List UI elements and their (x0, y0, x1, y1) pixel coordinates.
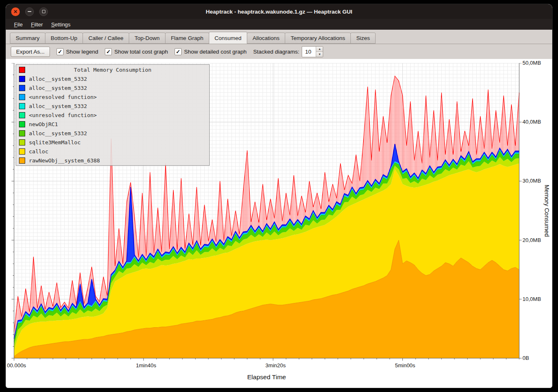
menu-file[interactable]: File (10, 20, 27, 29)
legend-swatch-icon (19, 157, 25, 164)
legend-item: alloc__system_5332 (16, 74, 209, 83)
maximize-button[interactable] (39, 7, 48, 16)
legend-item: <unresolved function> (16, 110, 209, 120)
menu-filter[interactable]: Filter (27, 20, 47, 29)
y-axis-tick-label: 0B (523, 355, 551, 361)
show-legend-checkbox[interactable]: ✓ Show legend (57, 48, 98, 55)
checkbox-label: Show detailed cost graph (184, 49, 247, 55)
y-axis-title: Memory Consumed (541, 63, 552, 358)
legend-label: alloc__system_5332 (29, 76, 87, 82)
legend-label: <unresolved function> (29, 94, 97, 100)
legend-title-row: Total Memory Consumption (16, 65, 209, 74)
legend-label: rawNewObj__system_6388 (29, 157, 100, 164)
legend-label: <unresolved function> (29, 112, 97, 118)
close-icon: × (14, 8, 17, 14)
legend-item: alloc__system_5332 (16, 83, 209, 92)
stacked-diagrams-label: Stacked diagrams: (253, 49, 300, 55)
x-axis-tick-label: 5min00s (387, 362, 424, 369)
legend-swatch-icon (19, 76, 25, 82)
window-title: Heaptrack - heaptrack.wakunode.1.gz — He… (206, 9, 352, 15)
close-button[interactable]: × (11, 7, 20, 16)
tab-summary[interactable]: Summary (10, 33, 45, 44)
tab-consumed[interactable]: Consumed (209, 32, 247, 44)
heaptrack-window: × Heaptrack - heaptrack.wakunode.1.gz — … (6, 4, 552, 388)
legend-swatch-icon (19, 85, 25, 91)
export-as-button[interactable]: Export As... (11, 47, 50, 57)
x-axis-title: Elapsed Time (225, 373, 308, 381)
tab-bar: Summary Bottom-Up Caller / Callee Top-Do… (6, 30, 552, 44)
legend-swatch-icon (19, 130, 25, 136)
minimize-button[interactable] (25, 7, 34, 16)
tab-temporary-allocations[interactable]: Temporary Allocations (285, 33, 351, 44)
spinner-buttons: ▲ ▼ (316, 47, 323, 57)
legend-label: newObjRC1 (29, 121, 58, 127)
window-buttons: × (11, 4, 48, 19)
checkbox-label: Show total cost graph (114, 49, 168, 55)
tab-flame-graph[interactable]: Flame Graph (165, 33, 209, 44)
y-axis-tick-label: 10,0MB (523, 296, 551, 302)
stacked-diagrams-spinbox[interactable]: 10 ▲ ▼ (302, 46, 323, 57)
show-detailed-cost-graph-checkbox[interactable]: ✓ Show detailed cost graph (175, 48, 247, 55)
tab-top-down[interactable]: Top-Down (129, 33, 166, 44)
consumed-chart-area: Total Memory Consumptionalloc__system_53… (6, 59, 552, 388)
y-axis-tick-label: 20,0MB (523, 237, 551, 243)
x-axis-tick-label: 00.000s (6, 362, 35, 369)
x-axis-tick-label: 3min20s (257, 362, 294, 369)
chart-legend: Total Memory Consumptionalloc__system_53… (16, 64, 210, 166)
legend-swatch-icon (19, 103, 25, 109)
legend-item: rawNewObj__system_6388 (16, 156, 209, 165)
legend-item: alloc__system_5332 (16, 101, 209, 110)
legend-label: sqlite3MemMalloc (29, 139, 80, 146)
checkbox-label: Show legend (66, 49, 98, 55)
y-axis-title-text: Memory Consumed (544, 185, 550, 237)
spinner-up-button[interactable]: ▲ (316, 47, 323, 52)
legend-swatch-icon (19, 139, 25, 146)
legend-item: alloc__system_5332 (16, 129, 209, 138)
x-axis-tick-label: 1min40s (128, 362, 165, 369)
y-axis-tick-label: 40,0MB (523, 119, 551, 125)
menubar: File Filter Settings (6, 19, 552, 30)
legend-title: Total Memory Consumption (16, 67, 209, 73)
legend-swatch-icon (19, 148, 25, 155)
checkbox-checked-icon: ✓ (57, 48, 64, 55)
checkbox-checked-icon: ✓ (105, 48, 112, 55)
titlebar: × Heaptrack - heaptrack.wakunode.1.gz — … (6, 4, 552, 19)
tab-caller-callee[interactable]: Caller / Callee (83, 33, 129, 44)
legend-label: alloc__system_5332 (29, 103, 87, 109)
legend-item: <unresolved function> (16, 92, 209, 101)
legend-swatch-icon (19, 121, 25, 127)
toolbar: Export As... ✓ Show legend ✓ Show total … (6, 44, 552, 59)
y-axis-tick-label: 30,0MB (523, 178, 551, 184)
maximize-icon (42, 10, 45, 13)
menu-settings[interactable]: Settings (47, 20, 75, 29)
legend-item: newObjRC1 (16, 120, 209, 129)
minimize-icon (28, 11, 31, 12)
tab-bottom-up[interactable]: Bottom-Up (45, 33, 83, 44)
legend-swatch-icon (19, 112, 25, 118)
legend-item: sqlite3MemMalloc (16, 138, 209, 147)
tab-allocations[interactable]: Allocations (247, 33, 285, 44)
stacked-diagrams-value[interactable]: 10 (302, 47, 316, 57)
legend-label: alloc__system_5332 (29, 130, 87, 136)
tab-sizes[interactable]: Sizes (350, 33, 376, 44)
legend-label: alloc__system_5332 (29, 85, 87, 91)
legend-label: calloc (29, 148, 48, 155)
show-total-cost-graph-checkbox[interactable]: ✓ Show total cost graph (105, 48, 168, 55)
checkbox-checked-icon: ✓ (175, 48, 182, 55)
y-axis-tick-label: 50,0MB (523, 60, 551, 66)
legend-item: calloc (16, 147, 209, 156)
spinner-down-button[interactable]: ▼ (316, 52, 323, 57)
legend-swatch-icon (19, 94, 25, 100)
